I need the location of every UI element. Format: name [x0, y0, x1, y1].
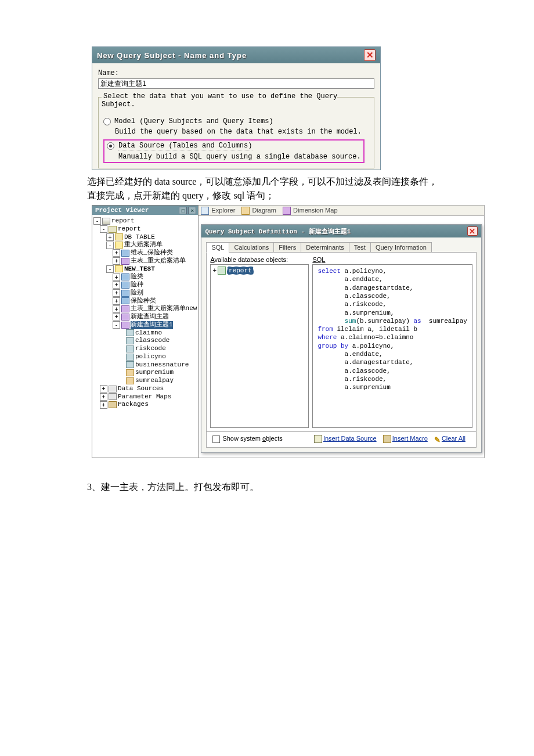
show-system-objects-label: Show system objects [222, 435, 282, 442]
ado-label: vailable database objects: [215, 256, 288, 263]
tab-filters[interactable]: Filters [273, 242, 301, 253]
close-panel-icon[interactable]: × [188, 207, 196, 214]
tab-explorer[interactable]: Explorer [201, 207, 237, 214]
query-subject-icon [121, 290, 129, 297]
data-source-icon [314, 435, 322, 443]
folder-open-icon [115, 242, 123, 249]
query-item-icon [126, 345, 134, 352]
insert-data-source-link[interactable]: Insert Data Source [314, 435, 377, 442]
project-viewer-title: Project Viewer □ × [92, 206, 198, 215]
packages-icon [109, 401, 117, 408]
radio-datasource-label: Data Source (Tables and Columns) [118, 142, 252, 150]
tab-determinants[interactable]: Determinants [301, 242, 349, 253]
query-subject-icon [121, 258, 129, 265]
radio-model-row[interactable]: Model (Query Subjects and Query Items) [103, 117, 369, 125]
instruction-text-1: 选择已经建好的 data source，可以随意添加几个字段，可以不加过滤及表间… [87, 175, 447, 203]
qsd-titlebar: Query Subject Definition - 新建查询主题1 ✕ [201, 225, 481, 237]
query-subject-icon [121, 273, 129, 280]
macro-icon [383, 435, 391, 443]
query-subject-icon [121, 305, 129, 312]
fact-icon [126, 377, 134, 384]
sql-label: SQL [312, 256, 325, 263]
eraser-icon: ✎ [434, 435, 441, 442]
insert-macro-link[interactable]: Insert Macro [383, 435, 428, 442]
tab-calculations[interactable]: Calculations [229, 242, 274, 253]
query-item-icon [126, 329, 134, 336]
radio-model-desc: Build the query based on the data that e… [115, 128, 362, 136]
dialog-titlebar: New Query Subject - Name and Type ✕ [92, 47, 380, 63]
view-tabs: Explorer Diagram Dimension Map [199, 205, 484, 216]
dock-icon[interactable]: □ [179, 207, 187, 214]
folder-icon [115, 233, 123, 240]
qsd-tabs: SQLCalculationsFiltersDeterminantsTestQu… [201, 237, 481, 252]
folder-open-icon [115, 265, 123, 272]
instruction-text-2: 3、建一主表，方法同上。打包发布即可。 [87, 481, 447, 494]
dimension-map-icon [283, 207, 291, 215]
selected-node[interactable]: 新建查询主题1 [131, 321, 173, 329]
query-subject-icon [121, 297, 129, 304]
database-icon [218, 267, 226, 275]
query-item-icon [126, 337, 134, 344]
parameter-maps-icon [109, 393, 117, 400]
qsd-title: Query Subject Definition - 新建查询主题1 [205, 227, 351, 236]
tab-diagram[interactable]: Diagram [241, 207, 279, 214]
framework-manager-screenshot: Project Viewer □ × -report -report +DB T… [87, 205, 464, 458]
ado-tree[interactable]: +report [210, 264, 309, 428]
checkbox-unchecked-icon [212, 435, 220, 443]
query-subject-icon [121, 250, 129, 257]
radio-model-label: Model (Query Subjects and Query Items) [114, 117, 273, 125]
radio-checked-icon [107, 142, 114, 150]
query-item-icon [126, 354, 134, 361]
name-input[interactable] [98, 78, 374, 89]
available-db-objects: Available database objects: +report [210, 256, 309, 428]
diagram-icon [241, 207, 250, 215]
tab-test[interactable]: Test [349, 242, 371, 253]
tab-dimension-map[interactable]: Dimension Map [283, 207, 340, 214]
fact-icon [126, 369, 134, 376]
tab-sql[interactable]: SQL [206, 242, 229, 253]
query-subject-icon [121, 282, 129, 289]
name-label: Name: [98, 69, 119, 77]
query-item-icon [126, 361, 134, 368]
new-query-subject-dialog: New Query Subject - Name and Type ✕ Name… [92, 46, 381, 170]
sql-editor[interactable]: select a.policyno, a.enddate, a.damagest… [312, 264, 472, 428]
clear-all-link[interactable]: ✎Clear All [434, 435, 466, 442]
radio-datasource-row[interactable]: Data Source (Tables and Columns) [107, 142, 361, 150]
tab-query-information[interactable]: Query Information [370, 242, 432, 253]
project-viewer-panel: Project Viewer □ × -report -report +DB T… [92, 205, 199, 458]
groupbox-title: Select the data that you want to use to … [102, 92, 337, 109]
show-system-objects-checkbox[interactable]: Show system objects [212, 435, 282, 443]
radio-unchecked-icon [103, 118, 111, 125]
explorer-icon [201, 207, 209, 215]
close-icon[interactable]: ✕ [364, 49, 376, 61]
query-subject-definition-dialog: Query Subject Definition - 新建查询主题1 ✕ SQL… [201, 224, 481, 453]
ado-root-selected[interactable]: report [227, 267, 254, 275]
query-subject-icon [121, 314, 129, 321]
namespace-icon [109, 226, 117, 233]
data-sources-icon [109, 386, 117, 393]
project-icon [102, 218, 110, 225]
project-tree[interactable]: -report -report +DB TABLE -重大赔案清单 +维表_保险… [92, 215, 198, 413]
close-icon[interactable]: ✕ [467, 226, 478, 236]
radio-datasource-desc: Manually build a SQL query using a singl… [118, 153, 361, 161]
query-subject-icon [121, 322, 129, 329]
dialog-title: New Query Subject - Name and Type [97, 51, 247, 60]
